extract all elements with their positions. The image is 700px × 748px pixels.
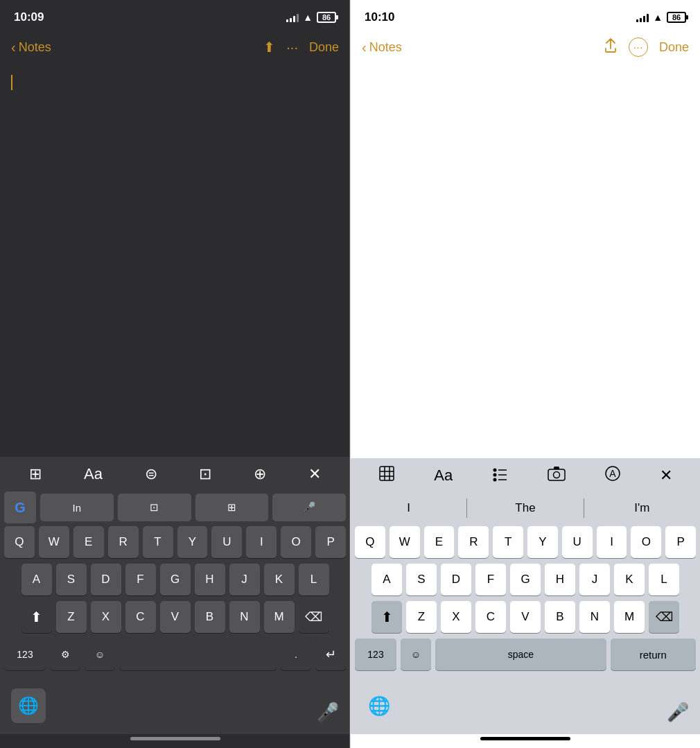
key-X-right[interactable]: X bbox=[441, 601, 471, 633]
key-M-left[interactable]: M bbox=[264, 601, 295, 633]
close-icon-left[interactable]: ✕ bbox=[308, 465, 321, 483]
key-O-left[interactable]: O bbox=[281, 526, 311, 558]
shift-key-left[interactable]: ⬆ bbox=[21, 601, 52, 633]
note-content-right[interactable] bbox=[351, 67, 700, 458]
key-G-right[interactable]: G bbox=[510, 564, 541, 595]
close-icon-right[interactable]: ✕ bbox=[660, 467, 672, 485]
predictive-The[interactable]: The bbox=[467, 493, 583, 523]
numbers-key-right[interactable]: 123 bbox=[355, 638, 396, 670]
globe-button-left[interactable]: 🌐 bbox=[11, 688, 46, 723]
delete-key-left[interactable]: ⌫ bbox=[299, 601, 329, 633]
key-D-right[interactable]: D bbox=[441, 564, 471, 595]
list-icon-left[interactable]: ⊜ bbox=[145, 465, 157, 483]
key-Q-left[interactable]: Q bbox=[4, 526, 35, 558]
google-button[interactable]: G bbox=[4, 492, 36, 523]
key-W-left[interactable]: W bbox=[39, 526, 69, 558]
key-N-left[interactable]: N bbox=[229, 601, 260, 633]
key-Y-left[interactable]: Y bbox=[177, 526, 208, 558]
predictive-I[interactable]: I bbox=[351, 493, 466, 523]
key-E-left[interactable]: E bbox=[73, 526, 104, 558]
emoji-key-right[interactable]: ☺ bbox=[401, 638, 431, 670]
key-N-right[interactable]: N bbox=[579, 601, 610, 633]
share-icon-right[interactable] bbox=[604, 38, 618, 57]
return-key-right[interactable]: return bbox=[611, 638, 696, 670]
key-K-left[interactable]: K bbox=[264, 564, 295, 595]
key-W-right[interactable]: W bbox=[390, 526, 420, 558]
share-icon-left[interactable]: ⬆ bbox=[263, 39, 275, 55]
arrow-circle-icon-right[interactable]: A bbox=[604, 465, 621, 486]
key-Y-right[interactable]: Y bbox=[527, 526, 558, 558]
key-L-right[interactable]: L bbox=[649, 564, 679, 595]
gear-key-left[interactable]: ⚙ bbox=[50, 638, 80, 670]
arrow-circle-icon-left[interactable]: ⊕ bbox=[254, 465, 266, 483]
key-V-right[interactable]: V bbox=[510, 601, 541, 633]
list-icon-right[interactable] bbox=[491, 465, 508, 486]
key-K-right[interactable]: K bbox=[614, 564, 645, 595]
mic-button-right[interactable]: 🎤 bbox=[667, 702, 689, 723]
font-icon-left[interactable]: Aa bbox=[84, 465, 103, 483]
key-A-right[interactable]: A bbox=[371, 564, 402, 595]
back-button-left[interactable]: ‹ Notes bbox=[11, 40, 51, 55]
key-E-right[interactable]: E bbox=[424, 526, 455, 558]
predictive-Im[interactable]: I'm bbox=[584, 493, 700, 523]
key-Q-right[interactable]: Q bbox=[355, 526, 385, 558]
note-content-left[interactable] bbox=[0, 67, 350, 457]
done-button-left[interactable]: Done bbox=[309, 40, 339, 55]
key-B-left[interactable]: B bbox=[195, 601, 225, 633]
key-X-left[interactable]: X bbox=[91, 601, 121, 633]
mic-suggestion[interactable]: 🎤 bbox=[272, 494, 346, 521]
suggestion-icon2[interactable]: ⊞ bbox=[195, 494, 269, 521]
key-G-left[interactable]: G bbox=[160, 564, 191, 595]
suggestion-in[interactable]: In bbox=[40, 494, 114, 521]
camera-icon-left[interactable]: ⊡ bbox=[199, 465, 211, 483]
key-S-left[interactable]: S bbox=[56, 564, 87, 595]
back-button-right[interactable]: ‹ Notes bbox=[362, 40, 402, 55]
key-A-left[interactable]: A bbox=[21, 564, 52, 595]
key-O-right[interactable]: O bbox=[631, 526, 661, 558]
key-F-right[interactable]: F bbox=[475, 564, 506, 595]
key-R-right[interactable]: R bbox=[458, 526, 489, 558]
key-T-right[interactable]: T bbox=[493, 526, 523, 558]
key-M-right[interactable]: M bbox=[614, 601, 645, 633]
key-Z-right[interactable]: Z bbox=[406, 601, 437, 633]
space-key-left[interactable] bbox=[119, 638, 277, 670]
key-S-right[interactable]: S bbox=[406, 564, 437, 595]
shift-key-right[interactable]: ⬆ bbox=[371, 601, 402, 633]
period-key-left[interactable]: . bbox=[281, 638, 311, 670]
key-C-right[interactable]: C bbox=[475, 601, 506, 633]
key-J-right[interactable]: J bbox=[579, 564, 610, 595]
done-button-right[interactable]: Done bbox=[659, 40, 689, 55]
mic-button-left[interactable]: 🎤 bbox=[317, 702, 339, 723]
numbers-key-left[interactable]: 123 bbox=[4, 638, 46, 670]
table-icon-left[interactable]: ⊞ bbox=[29, 465, 42, 483]
key-Z-left[interactable]: Z bbox=[56, 601, 87, 633]
key-H-left[interactable]: H bbox=[195, 564, 225, 595]
camera-icon-right[interactable] bbox=[548, 466, 566, 485]
key-T-left[interactable]: T bbox=[143, 526, 173, 558]
key-V-left[interactable]: V bbox=[160, 601, 191, 633]
key-H-right[interactable]: H bbox=[545, 564, 575, 595]
key-L-left[interactable]: L bbox=[299, 564, 329, 595]
key-U-left[interactable]: U bbox=[211, 526, 242, 558]
key-R-left[interactable]: R bbox=[108, 526, 139, 558]
key-B-right[interactable]: B bbox=[545, 601, 575, 633]
key-C-left[interactable]: C bbox=[125, 601, 156, 633]
key-U-right[interactable]: U bbox=[562, 526, 593, 558]
key-F-left[interactable]: F bbox=[125, 564, 156, 595]
emoji-key-left[interactable]: ☺ bbox=[85, 638, 115, 670]
key-J-left[interactable]: J bbox=[229, 564, 260, 595]
key-I-right[interactable]: I bbox=[597, 526, 627, 558]
suggestion-icon1[interactable]: ⊡ bbox=[118, 494, 191, 521]
globe-button-right[interactable]: 🌐 bbox=[362, 688, 396, 723]
more-icon-left[interactable]: ··· bbox=[286, 40, 298, 55]
table-icon-right[interactable] bbox=[378, 465, 395, 486]
key-D-left[interactable]: D bbox=[91, 564, 121, 595]
key-P-right[interactable]: P bbox=[665, 526, 696, 558]
key-I-left[interactable]: I bbox=[246, 526, 277, 558]
more-icon-right[interactable]: ··· bbox=[629, 37, 648, 57]
font-icon-right[interactable]: Aa bbox=[434, 467, 453, 485]
space-key-right[interactable]: space bbox=[435, 638, 606, 670]
return-key-left[interactable]: ↵ bbox=[315, 638, 346, 670]
key-P-left[interactable]: P bbox=[315, 526, 346, 558]
delete-key-right[interactable]: ⌫ bbox=[649, 601, 679, 633]
